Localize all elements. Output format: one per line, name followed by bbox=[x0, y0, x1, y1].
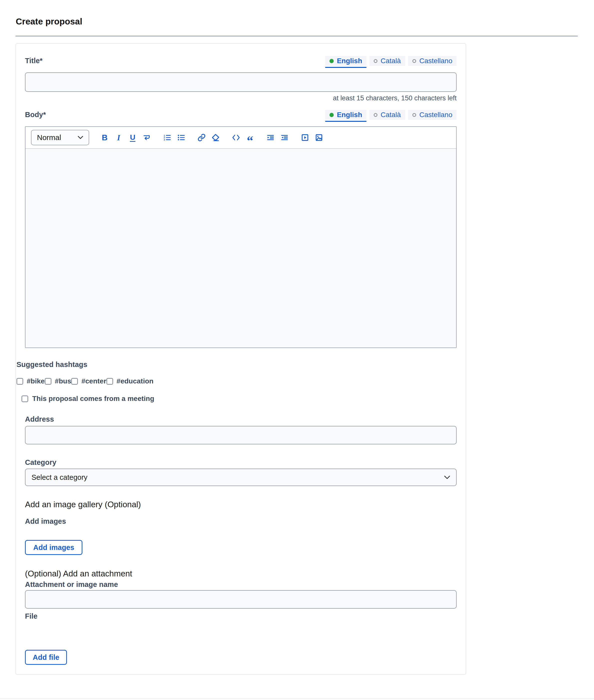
header-divider bbox=[15, 36, 578, 36]
language-tab-castellano[interactable]: Castellano bbox=[408, 110, 457, 120]
title-help-row: at least 15 characters, 150 characters l… bbox=[25, 94, 457, 102]
language-tab-catala[interactable]: Català bbox=[369, 56, 405, 66]
underline-icon[interactable]: U bbox=[129, 133, 137, 143]
radio-unselected-icon bbox=[412, 59, 416, 63]
gallery-heading: Add an image gallery (Optional) bbox=[25, 500, 457, 509]
address-label: Address bbox=[25, 415, 457, 423]
add-images-label: Add images bbox=[25, 517, 457, 525]
hashtag-label: #center bbox=[81, 377, 106, 385]
line-break-icon[interactable] bbox=[143, 133, 151, 143]
language-tab-castellano[interactable]: Castellano bbox=[408, 56, 457, 66]
body-rich-text-editor: Normal B I U 123 bbox=[25, 126, 457, 348]
language-tab-catala[interactable]: Català bbox=[369, 110, 405, 120]
meeting-checkbox-label: This proposal comes from a meeting bbox=[32, 395, 154, 403]
body-field-header: Body* English Català Castellano bbox=[25, 108, 457, 120]
language-tab-label: English bbox=[337, 57, 362, 65]
editor-toolbar: Normal B I U 123 bbox=[26, 127, 456, 149]
meeting-checkbox-row: This proposal comes from a meeting bbox=[22, 395, 457, 403]
bullet-list-icon[interactable] bbox=[177, 133, 185, 143]
hashtag-label: #bike bbox=[27, 377, 45, 385]
language-tab-label: Català bbox=[381, 111, 401, 119]
attachment-heading: (Optional) Add an attachment bbox=[25, 569, 457, 579]
italic-icon[interactable]: I bbox=[114, 133, 123, 143]
language-tab-english[interactable]: English bbox=[325, 110, 366, 120]
add-images-button[interactable]: Add images bbox=[25, 540, 82, 555]
hashtag-checkbox-education[interactable] bbox=[106, 378, 113, 385]
indent-icon[interactable] bbox=[267, 133, 274, 143]
language-tab-label: Castellano bbox=[419, 111, 452, 119]
hashtag-checkbox-center[interactable] bbox=[71, 378, 78, 385]
hashtag-option: #education bbox=[106, 377, 154, 385]
format-select-value: Normal bbox=[37, 133, 61, 142]
suggested-hashtags-label: Suggested hashtags bbox=[16, 360, 457, 369]
hashtag-label: #bus bbox=[55, 377, 71, 385]
proposal-form-card: Title* English Català Castellano at leas… bbox=[15, 43, 466, 675]
hashtag-checkbox-bus[interactable] bbox=[45, 378, 52, 385]
hashtag-checkbox-bike[interactable] bbox=[16, 378, 23, 385]
language-tab-label: Castellano bbox=[419, 57, 452, 65]
file-label: File bbox=[25, 612, 457, 620]
add-file-button[interactable]: Add file bbox=[25, 650, 67, 665]
hashtag-checkbox-row: #bike #bus #center #education bbox=[16, 377, 457, 385]
svg-text:3: 3 bbox=[164, 138, 165, 141]
image-icon[interactable] bbox=[315, 133, 323, 143]
radio-selected-icon bbox=[329, 59, 334, 63]
hashtag-label: #education bbox=[117, 377, 154, 385]
hashtag-option: #bike bbox=[16, 377, 45, 385]
page-title: Create proposal bbox=[16, 16, 82, 27]
body-editor-textarea[interactable] bbox=[26, 149, 456, 348]
radio-unselected-icon bbox=[374, 113, 377, 117]
code-icon[interactable] bbox=[232, 133, 240, 143]
language-tab-english[interactable]: English bbox=[325, 56, 366, 66]
body-label: Body* bbox=[25, 111, 46, 120]
language-tab-label: English bbox=[337, 111, 362, 119]
title-input[interactable] bbox=[25, 72, 457, 92]
page-bottom-divider bbox=[0, 699, 594, 699]
link-icon[interactable] bbox=[198, 133, 206, 143]
paragraph-format-select[interactable]: Normal bbox=[31, 130, 89, 145]
category-select[interactable]: Select a category bbox=[25, 468, 457, 486]
address-input[interactable] bbox=[25, 426, 457, 444]
category-label: Category bbox=[25, 458, 457, 466]
chevron-down-icon bbox=[78, 136, 83, 139]
ordered-list-icon[interactable]: 123 bbox=[163, 133, 171, 143]
blockquote-icon[interactable]: “ bbox=[246, 133, 254, 143]
radio-unselected-icon bbox=[374, 59, 377, 63]
title-label: Title* bbox=[25, 57, 42, 66]
language-tab-label: Català bbox=[381, 57, 401, 65]
body-language-selector: English Català Castellano bbox=[325, 110, 457, 120]
title-language-selector: English Català Castellano bbox=[325, 56, 457, 66]
meeting-checkbox[interactable] bbox=[22, 395, 28, 402]
outdent-icon[interactable] bbox=[280, 133, 289, 143]
title-help-text: at least 15 characters, 150 characters l… bbox=[333, 94, 457, 102]
attachment-name-input[interactable] bbox=[25, 590, 457, 609]
category-select-value: Select a category bbox=[31, 473, 88, 482]
chevron-down-icon bbox=[444, 476, 450, 479]
video-icon[interactable] bbox=[301, 133, 309, 143]
radio-selected-icon bbox=[329, 113, 334, 117]
clear-format-icon[interactable] bbox=[211, 133, 220, 143]
hashtag-option: #center bbox=[71, 377, 106, 385]
attachment-name-label: Attachment or image name bbox=[25, 581, 457, 589]
title-field-header: Title* English Català Castellano bbox=[25, 54, 457, 66]
bold-icon[interactable]: B bbox=[101, 133, 109, 143]
suggested-hashtags-section: Suggested hashtags #bike #bus #center #e… bbox=[16, 360, 457, 403]
hashtag-option: #bus bbox=[45, 377, 71, 385]
radio-unselected-icon bbox=[412, 113, 416, 117]
